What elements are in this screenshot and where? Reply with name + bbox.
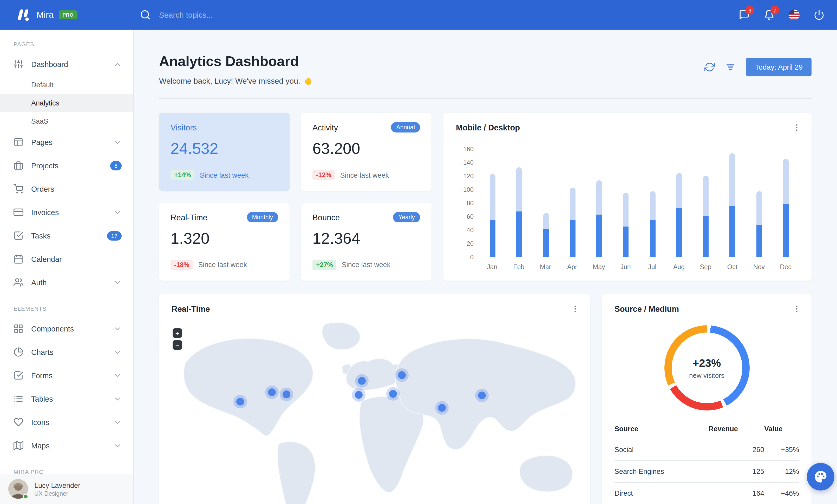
- map-zoom-controls: + −: [173, 329, 182, 350]
- sidebar-item-calendar[interactable]: Calendar: [0, 247, 133, 271]
- stat-card-footer: +27%Since last week: [313, 260, 420, 270]
- chevron-down-icon: [113, 278, 122, 286]
- bottom-grid: Real-Time + −: [159, 294, 812, 504]
- more-vertical-icon[interactable]: [569, 302, 582, 315]
- sidebar-item-pages[interactable]: Pages: [0, 130, 133, 154]
- sidebar-item-invoices[interactable]: Invoices: [0, 201, 133, 224]
- x-tick: Jun: [623, 263, 628, 271]
- chevron-down-icon: [113, 371, 122, 379]
- chart-title: Mobile / Desktop: [456, 123, 799, 132]
- y-tick: 100: [463, 186, 474, 193]
- more-vertical-icon[interactable]: [790, 121, 803, 134]
- sidebar-item-tasks[interactable]: Tasks17: [0, 224, 133, 247]
- welcome-message: Welcome back, Lucy! We've missed you.: [159, 76, 312, 85]
- bar-desktop-segment: [623, 192, 629, 226]
- map-greenland: [322, 323, 360, 350]
- stat-card-real-time: Real-TimeMonthly1.320-18%Since last week: [159, 202, 289, 280]
- sidebar-item-components[interactable]: Components: [0, 317, 133, 340]
- delta-badge: -18%: [171, 260, 193, 270]
- zoom-in-button[interactable]: +: [173, 329, 182, 338]
- sidebar-item-projects[interactable]: Projects8: [0, 154, 133, 177]
- sidebar: PAGESDashboardDefaultAnalyticsSaaSPagesP…: [0, 30, 133, 504]
- map-icon: [14, 441, 23, 450]
- grid-icon: [14, 324, 23, 334]
- sidebar-item-charts[interactable]: Charts: [0, 340, 133, 364]
- notifications-button[interactable]: 7: [764, 10, 774, 20]
- sidebar-item-label: Orders: [31, 185, 122, 193]
- stat-note: Since last week: [200, 171, 249, 179]
- col-value: Value: [764, 421, 799, 439]
- stat-value: 63.200: [313, 140, 420, 157]
- realtime-map-card: Real-Time + −: [159, 294, 590, 504]
- palette-icon: [814, 470, 827, 484]
- source-table: Source Revenue Value Social260+35%Search…: [615, 421, 799, 504]
- sidebar-user[interactable]: Lucy Lavender UX Designer: [0, 474, 133, 504]
- sidebar-item-icons[interactable]: Icons: [0, 410, 133, 434]
- sidebar-subitem-saas[interactable]: SaaS: [0, 112, 133, 130]
- sidebar-item-dashboard[interactable]: Dashboard: [0, 53, 133, 76]
- stat-note: Since last week: [342, 261, 391, 268]
- map-marker: [358, 377, 366, 385]
- stat-card-visitors: Visitors24.532+14%Since last week: [159, 113, 289, 191]
- page-header: Analytics Dashboard Welcome back, Lucy! …: [159, 54, 812, 85]
- x-tick: Dec: [783, 263, 789, 271]
- notifications-count-badge: 7: [770, 6, 779, 15]
- sidebar-section-label: PAGES: [0, 30, 133, 53]
- col-source: Source: [615, 421, 709, 439]
- sidebar-item-auth[interactable]: Auth: [0, 271, 133, 294]
- sidebar-subitem-analytics[interactable]: Analytics: [0, 94, 133, 112]
- sidebar-item-label: Invoices: [31, 208, 113, 217]
- list-icon: [14, 394, 23, 404]
- logout-button[interactable]: [814, 10, 824, 20]
- source-card-title: Source / Medium: [615, 304, 799, 314]
- search-input[interactable]: [158, 10, 314, 20]
- sidebar-item-label: Dashboard: [31, 60, 113, 68]
- page-title: Analytics Dashboard: [159, 54, 312, 70]
- user-role: UX Designer: [34, 490, 80, 497]
- refresh-icon[interactable]: [705, 62, 715, 72]
- world-map[interactable]: [159, 323, 590, 504]
- donut-center-value: +23%: [693, 357, 721, 369]
- sidebar-subitem-default[interactable]: Default: [0, 76, 133, 94]
- chart-plot: [479, 149, 799, 257]
- map-marker: [355, 391, 362, 399]
- sidebar-item-tables[interactable]: Tables: [0, 387, 133, 410]
- briefcase-icon: [14, 161, 23, 170]
- bar-desktop-segment: [783, 159, 789, 204]
- language-button[interactable]: [789, 10, 800, 20]
- bar-mobile-segment: [623, 226, 629, 257]
- sidebar-item-label: Charts: [31, 348, 113, 356]
- sidebar-item-orders[interactable]: Orders: [0, 177, 133, 201]
- donut-center-label: new visitors: [689, 371, 725, 379]
- bar-mar: [543, 213, 549, 257]
- brand-logo[interactable]: Mira PRO: [0, 8, 119, 21]
- y-tick: 140: [463, 159, 474, 166]
- y-tick: 80: [467, 200, 474, 207]
- theme-settings-fab[interactable]: [807, 463, 834, 490]
- stat-card-title: Visitors: [171, 123, 197, 132]
- cell-value: +46%: [764, 482, 799, 504]
- sidebar-item-forms[interactable]: Forms: [0, 364, 133, 387]
- chevron-down-icon: [113, 442, 122, 450]
- stat-card-title: Activity: [313, 123, 338, 132]
- filter-icon[interactable]: [725, 62, 736, 72]
- date-button[interactable]: Today: April 29: [746, 58, 812, 76]
- sidebar-item-label: Projects: [31, 161, 110, 170]
- stat-note: Since last week: [340, 171, 389, 179]
- cell-value: +35%: [764, 439, 799, 461]
- heart-icon: [14, 417, 23, 427]
- bar-desktop-segment: [516, 168, 522, 211]
- map-north-america: [184, 338, 313, 436]
- top-grid: Visitors24.532+14%Since last weekActivit…: [159, 113, 812, 281]
- sidebar-item-maps[interactable]: Maps: [0, 434, 133, 457]
- more-vertical-icon[interactable]: [790, 302, 803, 315]
- us-flag-icon: [789, 10, 800, 20]
- zoom-out-button[interactable]: −: [173, 340, 182, 350]
- messages-button[interactable]: 3: [739, 10, 750, 20]
- map-marker: [438, 404, 446, 412]
- app-root: Mira PRO 3 7: [0, 0, 837, 504]
- x-tick: Sep: [703, 263, 709, 271]
- stat-card-footer: -18%Since last week: [171, 260, 278, 270]
- sidebar-item-label: Calendar: [31, 255, 122, 263]
- main-content: Analytics Dashboard Welcome back, Lucy! …: [133, 30, 837, 504]
